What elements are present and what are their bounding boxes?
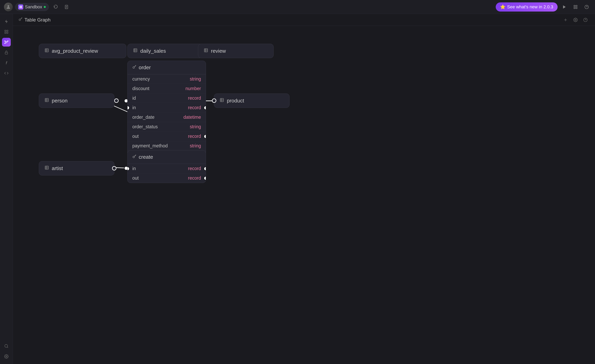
node-daily-sales[interactable]: daily_sales	[127, 44, 203, 58]
svg-line-25	[5, 41, 6, 42]
field-id: id	[132, 96, 136, 101]
svg-rect-12	[574, 7, 575, 8]
svg-rect-1	[20, 6, 21, 7]
svg-line-62	[135, 66, 135, 66]
person-right-connector	[114, 98, 119, 103]
create-header: create	[128, 150, 206, 164]
field-out-type: record	[188, 134, 201, 139]
svg-line-74	[135, 155, 135, 156]
field-in-type: record	[188, 105, 201, 110]
add-button[interactable]	[562, 16, 570, 24]
svg-rect-2	[21, 6, 22, 7]
svg-rect-43	[45, 49, 49, 52]
table-icon-review	[204, 48, 208, 54]
field-order-date-type: datetime	[184, 115, 201, 120]
canvas-settings-button[interactable]	[572, 16, 580, 24]
svg-rect-51	[204, 49, 208, 52]
order-row-id: id record	[128, 93, 206, 103]
svg-rect-20	[7, 32, 8, 33]
sidebar-item-search[interactable]	[2, 342, 11, 350]
create-key-icon	[132, 154, 136, 160]
svg-rect-28	[5, 52, 8, 54]
svg-rect-4	[21, 7, 22, 8]
document-button[interactable]	[62, 3, 71, 11]
product-left-connector	[212, 98, 216, 103]
svg-line-61	[135, 66, 136, 66]
table-icon-artist	[45, 166, 49, 171]
refresh-button[interactable]	[51, 3, 60, 11]
svg-point-23	[7, 41, 8, 42]
svg-point-29	[5, 344, 8, 348]
node-order[interactable]: order currency string discount number id…	[127, 61, 206, 159]
order-key-icon	[132, 65, 136, 70]
sidebar-item-grid[interactable]	[2, 28, 11, 36]
node-daily-sales-label: daily_sales	[140, 48, 166, 54]
svg-rect-11	[576, 5, 577, 6]
node-person[interactable]: person	[39, 93, 114, 108]
svg-point-32	[19, 19, 21, 21]
svg-rect-13	[576, 7, 577, 8]
sandbox-pill[interactable]: Sandbox	[15, 3, 49, 11]
sidebar-item-graph[interactable]	[2, 38, 11, 47]
svg-rect-19	[5, 32, 6, 33]
field-currency-type: string	[190, 76, 201, 82]
field-out: out	[132, 134, 139, 139]
field-order-status: order_status	[132, 124, 158, 129]
svg-point-24	[5, 43, 5, 44]
sidebar-item-lock[interactable]	[2, 48, 11, 57]
create-in-right-dot	[204, 167, 206, 171]
sidebar-item-function[interactable]: f	[2, 58, 11, 67]
sidebar-item-bolt[interactable]	[2, 17, 11, 26]
svg-rect-10	[574, 5, 575, 6]
sidebar: f	[0, 14, 13, 364]
create-title: create	[139, 154, 153, 160]
play-button[interactable]	[560, 3, 569, 11]
svg-rect-18	[7, 30, 8, 31]
grid-button[interactable]	[571, 3, 580, 11]
canvas-help-button[interactable]	[581, 16, 589, 24]
create-row-in: in record	[128, 164, 206, 174]
svg-point-0	[7, 5, 9, 7]
order-title: order	[139, 64, 151, 71]
svg-rect-47	[134, 49, 137, 52]
order-in-right-dot	[204, 106, 206, 110]
field-id-type: record	[188, 96, 201, 101]
svg-point-71	[133, 156, 135, 158]
order-row-discount: discount number	[128, 84, 206, 93]
node-product-label: product	[227, 98, 244, 104]
order-row-payment-method: payment_method string	[128, 141, 206, 151]
svg-line-35	[21, 19, 21, 19]
canvas[interactable]: avg_product_review daily_sales review pe…	[13, 26, 595, 364]
node-review[interactable]: review	[198, 44, 274, 58]
key-icon	[19, 17, 22, 22]
node-artist[interactable]: artist	[39, 161, 114, 175]
svg-rect-55	[45, 98, 49, 102]
help-button[interactable]	[582, 3, 591, 11]
field-payment-method-type: string	[190, 143, 201, 149]
order-header: order	[128, 61, 206, 74]
order-row-order-status: order_status string	[128, 122, 206, 132]
sidebar-item-code[interactable]	[2, 69, 11, 77]
field-currency: currency	[132, 76, 150, 82]
new-version-button[interactable]: ⭐ See what's new in 2.0.3	[496, 2, 558, 12]
order-in-left-dot	[127, 106, 130, 110]
order-out-right-dot	[204, 134, 206, 139]
svg-rect-67	[45, 166, 49, 169]
svg-marker-16	[5, 20, 8, 23]
svg-line-30	[7, 347, 8, 348]
order-row-currency: currency string	[128, 74, 206, 84]
sandbox-label: Sandbox	[25, 4, 42, 10]
field-discount-type: number	[185, 86, 201, 91]
create-row-out: out record	[128, 174, 206, 183]
star-icon: ⭐	[500, 4, 505, 10]
connector-lines	[13, 26, 595, 364]
node-avg-product-review[interactable]: avg_product_review	[39, 44, 126, 58]
sidebar-item-settings[interactable]	[2, 352, 11, 361]
svg-point-59	[133, 67, 135, 68]
node-product[interactable]: product	[214, 93, 290, 108]
node-create[interactable]: create in record out record	[127, 150, 206, 183]
artist-right-connector	[112, 166, 116, 170]
svg-rect-17	[5, 30, 6, 31]
table-icon	[45, 48, 49, 54]
table-icon-person	[45, 98, 49, 104]
